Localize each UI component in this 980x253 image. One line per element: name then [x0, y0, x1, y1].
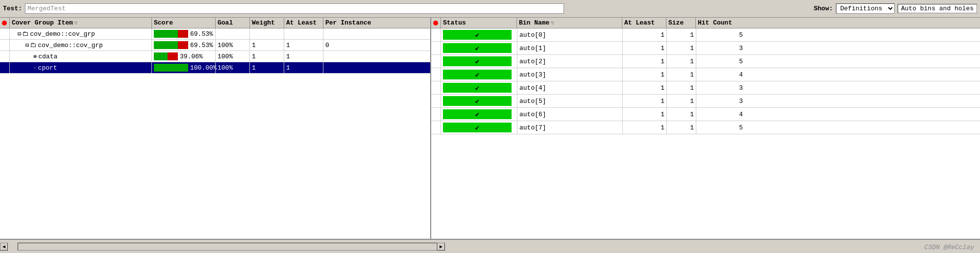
test-input[interactable] [25, 3, 564, 14]
right-table-row[interactable]: ✔ auto[4] 1 1 3 [431, 81, 980, 95]
folder-icon: 🗀 [30, 42, 36, 49]
r-td-hitcount: 3 [696, 42, 745, 54]
r-td-size: 1 [666, 108, 696, 121]
td-goal: 100% [216, 40, 250, 51]
r-td-indicator [431, 95, 441, 107]
sort-icon-cover-group: ▽ [74, 20, 77, 26]
selected-indicator [0, 62, 10, 73]
right-table-header: Status Bin Name ▽ At Least Size Hit Coun… [431, 18, 980, 28]
td-perinstance [323, 28, 382, 39]
right-table-row[interactable]: ✔ auto[7] 1 1 5 [431, 121, 980, 134]
r-td-size: 1 [666, 81, 696, 94]
th-score[interactable]: Score [152, 18, 216, 28]
td-indicator [0, 51, 10, 62]
td-cover-group: ⊟ 🗀 cov_demo::cov_grp [10, 28, 152, 39]
right-table-row[interactable]: ✔ auto[2] 1 1 5 [431, 55, 980, 68]
green-status-bar: ✔ [443, 30, 512, 40]
table-row[interactable]: ⊟ 🗀 cov_demo::cov_grp 69.53% 100% 1 1 [0, 40, 430, 51]
expand-icon: ⊟ [25, 42, 29, 49]
right-table-row[interactable]: ✔ auto[0] 1 1 5 [431, 28, 980, 42]
r-th-status[interactable]: Status [441, 18, 517, 28]
test-label: Test: [3, 5, 22, 12]
td-indicator [0, 40, 10, 51]
score-value: 69.53% [190, 42, 213, 49]
scroll-left-button[interactable]: ◀ [0, 243, 8, 251]
auto-bins-label: Auto bins and holes [898, 4, 977, 13]
expand-icon: ⊟ [18, 30, 21, 38]
r-td-binname: auto[6] [517, 108, 622, 121]
r-td-indicator [431, 68, 441, 81]
r-td-atleast: 1 [622, 55, 666, 68]
scrollbar-track[interactable] [18, 243, 437, 251]
row-name: cport [38, 64, 57, 72]
table-row[interactable]: ⊕ cdata 39.06% 100% 1 1 [0, 51, 430, 62]
r-td-indicator [431, 28, 441, 41]
r-td-size: 1 [666, 42, 696, 54]
show-label: Show: [814, 5, 833, 12]
td-goal [216, 28, 250, 39]
watermark: CSDN @ReCclay [925, 244, 974, 251]
td-indicator [0, 28, 10, 39]
row-name: cdata [38, 53, 57, 60]
th-goal[interactable]: Goal [216, 18, 250, 28]
td-weight: 1 [250, 40, 284, 51]
td-perinstance [323, 62, 382, 73]
r-td-size: 1 [666, 68, 696, 81]
td-cover-group: ⊟ 🗀 cov_demo::cov_grp [10, 40, 152, 51]
r-th-atleast[interactable]: At Least [622, 18, 666, 28]
r-td-atleast: 1 [622, 28, 666, 41]
green-status-bar: ✔ [443, 123, 512, 132]
r-th-size[interactable]: Size [666, 18, 696, 28]
r-td-hitcount: 4 [696, 68, 745, 81]
left-panel: Cover Group Item ▽ Score Goal Weight At … [0, 18, 431, 239]
r-td-binname: auto[5] [517, 95, 622, 107]
green-status-bar: ✔ [443, 109, 512, 119]
right-table-row[interactable]: ✔ auto[3] 1 1 4 [431, 68, 980, 81]
green-status-bar: ✔ [443, 43, 512, 53]
td-weight: 1 [250, 51, 284, 62]
r-th-hitcount[interactable]: Hit Count [696, 18, 745, 28]
show-select[interactable]: Definitions [836, 3, 895, 14]
th-weight[interactable]: Weight [250, 18, 284, 28]
row-name: cov_demo::cov_grp [30, 30, 95, 38]
td-goal: 100% [216, 62, 250, 73]
sort-icon-binname: ▽ [551, 20, 554, 26]
right-table-row[interactable]: ✔ auto[5] 1 1 3 [431, 95, 980, 108]
cross-icon: ⊕ [33, 53, 37, 60]
r-th-binname[interactable]: Bin Name ▽ [517, 18, 622, 28]
th-atleast[interactable]: At Least [284, 18, 323, 28]
r-td-status: ✔ [441, 121, 517, 134]
td-atleast: 1 [284, 40, 323, 51]
main-area: Cover Group Item ▽ Score Goal Weight At … [0, 18, 980, 239]
left-table-header: Cover Group Item ▽ Score Goal Weight At … [0, 18, 430, 28]
green-status-bar: ✔ [443, 83, 512, 93]
r-td-binname: auto[1] [517, 42, 622, 54]
r-td-hitcount: 5 [696, 121, 745, 134]
td-weight: 1 [250, 62, 284, 73]
r-td-atleast: 1 [622, 108, 666, 121]
td-cover-group: · cport [10, 62, 152, 73]
r-td-binname: auto[4] [517, 81, 622, 94]
table-row[interactable]: · cport 100.00% 100% 1 1 [0, 62, 430, 74]
r-td-hitcount: 5 [696, 55, 745, 68]
th-perinstance[interactable]: Per Instance [323, 18, 382, 28]
td-score: 39.06% [152, 51, 216, 62]
right-table-row[interactable]: ✔ auto[6] 1 1 4 [431, 108, 980, 121]
td-weight [250, 28, 284, 39]
table-row[interactable]: ⊟ 🗀 cov_demo::cov_grp 69.53% [0, 28, 430, 40]
left-table-body: ⊟ 🗀 cov_demo::cov_grp 69.53% [0, 28, 430, 239]
r-td-indicator [431, 81, 441, 94]
r-td-atleast: 1 [622, 42, 666, 54]
scroll-right-button[interactable]: ▶ [437, 243, 445, 251]
td-atleast [284, 28, 323, 39]
r-td-atleast: 1 [622, 68, 666, 81]
green-status-bar: ✔ [443, 96, 512, 106]
r-td-binname: auto[7] [517, 121, 622, 134]
right-panel: Status Bin Name ▽ At Least Size Hit Coun… [431, 18, 980, 239]
header-red-dot [2, 21, 7, 25]
th-cover-group[interactable]: Cover Group Item ▽ [10, 18, 152, 28]
r-td-status: ✔ [441, 55, 517, 68]
td-score: 69.53% [152, 40, 216, 51]
right-table-row[interactable]: ✔ auto[1] 1 1 3 [431, 42, 980, 55]
r-td-indicator [431, 121, 441, 134]
